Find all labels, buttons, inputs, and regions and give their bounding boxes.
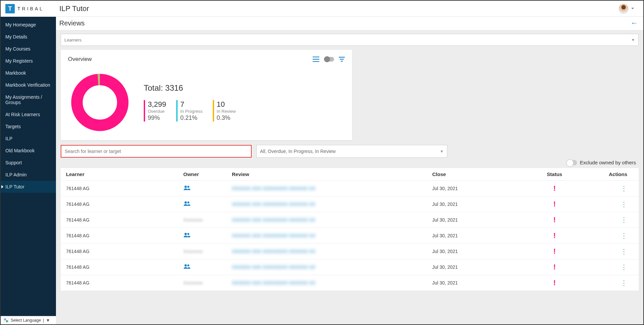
exclude-owned-toggle[interactable] — [566, 160, 577, 165]
total-label: Total: 3316 — [144, 83, 236, 93]
sidebar-item-ilp[interactable]: ILP — [1, 133, 56, 145]
total-text: Total: — [144, 83, 163, 92]
row-actions-menu-icon[interactable]: ⋮ — [621, 264, 627, 270]
col-header-status[interactable]: Status — [519, 171, 590, 177]
status-filter-label: All, Overdue, In Progress, In Review — [260, 149, 336, 154]
filter-icon[interactable] — [339, 57, 345, 62]
cell-review[interactable]: XXXXXX XXX XXXXXXXX XXXXXX XX — [232, 264, 432, 270]
col-header-learner[interactable]: Learner — [66, 171, 183, 177]
chevron-down-icon: ▼ — [440, 149, 444, 153]
row-actions-menu-icon[interactable]: ⋮ — [621, 248, 627, 255]
sidebar-item-markbook[interactable]: Markbook — [1, 67, 56, 79]
sidebar-item-targets[interactable]: Targets — [1, 120, 56, 133]
search-input[interactable] — [65, 146, 248, 157]
learners-dropdown[interactable]: Learners ▼ — [61, 34, 639, 46]
search-box[interactable] — [61, 145, 252, 158]
sidebar-item-old-markbook[interactable]: Old Markbook — [1, 145, 56, 157]
cell-owner — [183, 232, 232, 239]
cell-review[interactable]: XXXXXX XXX XXXXXXXX XXXXXX XX — [232, 249, 432, 254]
language-caret-icon: ▼ — [46, 318, 50, 323]
col-header-owner[interactable]: Owner — [183, 171, 232, 177]
cell-review[interactable]: XXXXXX XXX XXXXXXXX XXXXXX XX — [232, 186, 432, 191]
review-link-blur: XXXXXX XXX XXXXXXXX XXXXXX XX — [232, 186, 315, 191]
cell-learner: 761448 AG — [66, 264, 183, 270]
stat-inprogress-pct: 0.21% — [180, 114, 202, 121]
overdue-status-icon: ! — [553, 247, 556, 256]
brand-logo[interactable]: T TRIBAL — [1, 1, 56, 17]
row-actions-menu-icon[interactable]: ⋮ — [621, 279, 627, 286]
cell-learner: 761448 AG — [66, 280, 183, 286]
list-view-icon[interactable] — [313, 57, 319, 62]
svg-point-5 — [185, 185, 187, 188]
sidebar-item-at-risk-learners[interactable]: At Risk Learners — [1, 108, 56, 120]
svg-point-9 — [185, 233, 187, 235]
cell-review[interactable]: XXXXXX XXX XXXXXXXX XXXXXX XX — [232, 201, 432, 207]
cell-actions: ⋮ — [590, 279, 633, 286]
sidebar-item-support[interactable]: Support — [1, 157, 56, 169]
sidebar-item-my-assignments-groups[interactable]: My Assignments / Groups — [1, 91, 56, 108]
cell-status: ! — [519, 216, 590, 224]
cell-owner — [183, 264, 232, 271]
owner-text-blur: Xxxxxxxx — [183, 249, 203, 254]
stat-overdue-label: Overdue — [148, 109, 166, 114]
stat-overdue: 3,299 Overdue 99% — [144, 100, 166, 121]
svg-point-11 — [185, 264, 187, 266]
main-area: ILP Tutor Reviews ← Learners ▼ Overview — [56, 1, 643, 324]
table-row[interactable]: 761448 AGXxxxxxxxXXXXXX XXX XXXXXXXX XXX… — [61, 275, 639, 291]
overdue-status-icon: ! — [553, 216, 556, 224]
overview-toggle[interactable] — [324, 57, 334, 62]
table-row[interactable]: 761448 AGXxxxxxxxXXXXXX XXX XXXXXXXX XXX… — [61, 212, 639, 228]
logo-mark-icon: T — [5, 4, 15, 13]
sidebar-item-ilp-tutor[interactable]: ILP Tutor — [1, 181, 56, 193]
status-filter-dropdown[interactable]: All, Overdue, In Progress, In Review ▼ — [256, 145, 447, 158]
donut-chart — [68, 71, 132, 134]
col-header-close[interactable]: Close — [432, 171, 519, 177]
caret-down-icon — [631, 8, 634, 9]
user-menu[interactable] — [619, 4, 634, 14]
stat-overdue-pct: 99% — [148, 114, 166, 121]
sidebar-item-my-homepage[interactable]: My Homepage — [1, 19, 56, 31]
table-row[interactable]: 761448 AGXXXXXX XXX XXXXXXXX XXXXXX XXJu… — [61, 259, 639, 275]
svg-text:G: G — [5, 319, 6, 320]
cell-owner: Xxxxxxxx — [183, 249, 232, 254]
col-header-review[interactable]: Review — [232, 171, 432, 177]
people-icon — [183, 201, 191, 208]
language-selector[interactable]: G Select Language | ▼ — [1, 316, 56, 324]
cell-learner: 761448 AG — [66, 233, 183, 238]
table-row[interactable]: 761448 AGXXXXXX XXX XXXXXXXX XXXXXX XXJu… — [61, 181, 639, 196]
sidebar-item-markbook-verification[interactable]: Markbook Verification — [1, 79, 56, 91]
sub-title: Reviews — [59, 19, 85, 27]
cell-review[interactable]: XXXXXX XXX XXXXXXXX XXXXXX XX — [232, 217, 432, 223]
page-title: ILP Tutor — [59, 4, 89, 13]
cell-close: Jul 30, 2021 — [432, 249, 519, 254]
owner-text-blur: Xxxxxxxx — [183, 217, 203, 223]
cell-learner: 761448 AG — [66, 249, 183, 254]
sidebar-item-my-registers[interactable]: My Registers — [1, 55, 56, 67]
table-row[interactable]: 761448 AGXXXXXX XXX XXXXXXXX XXXXXX XXJu… — [61, 196, 639, 212]
row-actions-menu-icon[interactable]: ⋮ — [621, 232, 627, 239]
overview-title: Overview — [68, 56, 92, 63]
cell-review[interactable]: XXXXXX XXX XXXXXXXX XXXXXX XX — [232, 280, 432, 286]
overdue-status-icon: ! — [553, 200, 556, 209]
sidebar-item-my-details[interactable]: My Details — [1, 31, 56, 43]
sidebar-item-ilp-admin[interactable]: ILP Admin — [1, 169, 56, 181]
row-actions-menu-icon[interactable]: ⋮ — [621, 201, 627, 208]
owner-text-blur: Xxxxxxxx — [183, 280, 203, 286]
table-row[interactable]: 761448 AGXXXXXX XXX XXXXXXXX XXXXXX XXJu… — [61, 228, 639, 244]
review-link-blur: XXXXXX XXX XXXXXXXX XXXXXX XX — [232, 233, 315, 238]
cell-status: ! — [519, 263, 590, 271]
review-link-blur: XXXXXX XXX XXXXXXXX XXXXXX XX — [232, 280, 315, 286]
row-actions-menu-icon[interactable]: ⋮ — [621, 185, 627, 192]
overdue-status-icon: ! — [553, 278, 556, 287]
sidebar-item-my-courses[interactable]: My Courses — [1, 43, 56, 55]
row-actions-menu-icon[interactable]: ⋮ — [621, 217, 627, 223]
overdue-status-icon: ! — [553, 184, 556, 193]
table-header: Learner Owner Review Close Status Action… — [61, 168, 639, 181]
total-value: 3316 — [165, 83, 183, 92]
stat-inprogress-count: 7 — [180, 100, 202, 109]
topbar: ILP Tutor — [56, 1, 643, 17]
chevron-down-icon: ▼ — [631, 38, 635, 42]
back-arrow-icon[interactable]: ← — [631, 19, 638, 27]
cell-review[interactable]: XXXXXX XXX XXXXXXXX XXXXXX XX — [232, 233, 432, 238]
table-row[interactable]: 761448 AGXxxxxxxxXXXXXX XXX XXXXXXXX XXX… — [61, 244, 639, 259]
